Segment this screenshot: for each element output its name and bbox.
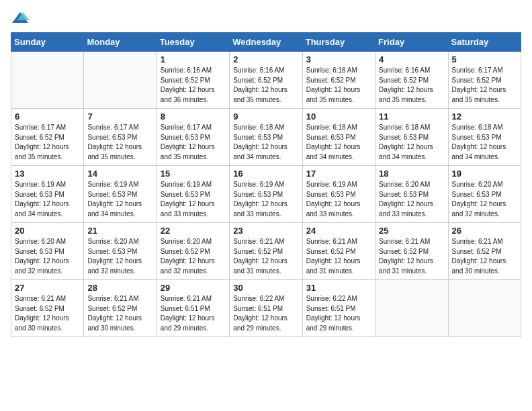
day-number: 31 bbox=[306, 283, 371, 293]
day-info: Sunrise: 6:18 AM Sunset: 6:53 PM Dayligh… bbox=[452, 123, 517, 162]
day-info: Sunrise: 6:20 AM Sunset: 6:53 PM Dayligh… bbox=[87, 237, 152, 276]
day-info: Sunrise: 6:19 AM Sunset: 6:53 PM Dayligh… bbox=[87, 180, 152, 219]
calendar-cell: 6Sunrise: 6:17 AM Sunset: 6:52 PM Daylig… bbox=[11, 109, 84, 166]
calendar-header-friday: Friday bbox=[375, 33, 448, 52]
calendar-cell bbox=[11, 52, 84, 109]
day-info: Sunrise: 6:18 AM Sunset: 6:53 PM Dayligh… bbox=[379, 123, 444, 162]
day-number: 24 bbox=[306, 226, 371, 236]
calendar-cell: 31Sunrise: 6:22 AM Sunset: 6:51 PM Dayli… bbox=[302, 280, 375, 337]
calendar-cell: 13Sunrise: 6:19 AM Sunset: 6:53 PM Dayli… bbox=[11, 166, 84, 223]
logo bbox=[11, 11, 32, 26]
calendar-cell: 29Sunrise: 6:21 AM Sunset: 6:51 PM Dayli… bbox=[157, 280, 229, 337]
day-number: 15 bbox=[161, 169, 226, 179]
day-number: 13 bbox=[15, 169, 80, 179]
day-number: 6 bbox=[15, 111, 80, 122]
day-info: Sunrise: 6:20 AM Sunset: 6:53 PM Dayligh… bbox=[452, 180, 517, 219]
calendar-cell: 27Sunrise: 6:21 AM Sunset: 6:52 PM Dayli… bbox=[11, 280, 84, 337]
day-info: Sunrise: 6:21 AM Sunset: 6:52 PM Dayligh… bbox=[87, 294, 152, 333]
calendar-header-row: SundayMondayTuesdayWednesdayThursdayFrid… bbox=[11, 33, 521, 52]
calendar-cell: 25Sunrise: 6:21 AM Sunset: 6:52 PM Dayli… bbox=[375, 223, 448, 280]
day-info: Sunrise: 6:21 AM Sunset: 6:52 PM Dayligh… bbox=[452, 237, 517, 276]
day-number: 1 bbox=[161, 54, 226, 64]
day-number: 8 bbox=[161, 111, 226, 122]
calendar-cell: 22Sunrise: 6:20 AM Sunset: 6:52 PM Dayli… bbox=[157, 223, 229, 280]
calendar-cell: 23Sunrise: 6:21 AM Sunset: 6:52 PM Dayli… bbox=[230, 223, 302, 280]
page-header bbox=[11, 11, 521, 26]
calendar-cell: 10Sunrise: 6:18 AM Sunset: 6:53 PM Dayli… bbox=[302, 109, 375, 166]
day-info: Sunrise: 6:18 AM Sunset: 6:53 PM Dayligh… bbox=[306, 123, 371, 162]
calendar-cell: 7Sunrise: 6:17 AM Sunset: 6:53 PM Daylig… bbox=[84, 109, 157, 166]
calendar-cell: 18Sunrise: 6:20 AM Sunset: 6:53 PM Dayli… bbox=[375, 166, 448, 223]
calendar-cell bbox=[375, 280, 448, 337]
calendar-cell: 16Sunrise: 6:19 AM Sunset: 6:53 PM Dayli… bbox=[230, 166, 302, 223]
calendar-header-thursday: Thursday bbox=[302, 33, 375, 52]
calendar-cell: 4Sunrise: 6:16 AM Sunset: 6:52 PM Daylig… bbox=[375, 52, 448, 109]
day-number: 28 bbox=[87, 283, 152, 293]
day-number: 16 bbox=[233, 169, 298, 179]
calendar-cell: 20Sunrise: 6:20 AM Sunset: 6:53 PM Dayli… bbox=[11, 223, 84, 280]
day-number: 27 bbox=[15, 283, 80, 293]
logo-icon bbox=[11, 11, 30, 24]
day-number: 23 bbox=[233, 226, 298, 236]
calendar-header-sunday: Sunday bbox=[11, 33, 84, 52]
calendar-cell: 12Sunrise: 6:18 AM Sunset: 6:53 PM Dayli… bbox=[448, 109, 521, 166]
calendar-cell: 15Sunrise: 6:19 AM Sunset: 6:53 PM Dayli… bbox=[157, 166, 229, 223]
day-number: 25 bbox=[379, 226, 444, 236]
calendar-cell: 3Sunrise: 6:16 AM Sunset: 6:52 PM Daylig… bbox=[302, 52, 375, 109]
day-number: 2 bbox=[233, 54, 298, 64]
calendar-cell: 8Sunrise: 6:17 AM Sunset: 6:53 PM Daylig… bbox=[157, 109, 229, 166]
calendar-header-monday: Monday bbox=[84, 33, 157, 52]
day-info: Sunrise: 6:21 AM Sunset: 6:51 PM Dayligh… bbox=[161, 294, 226, 333]
day-info: Sunrise: 6:18 AM Sunset: 6:53 PM Dayligh… bbox=[233, 123, 298, 162]
day-info: Sunrise: 6:17 AM Sunset: 6:52 PM Dayligh… bbox=[452, 66, 517, 105]
calendar-cell: 5Sunrise: 6:17 AM Sunset: 6:52 PM Daylig… bbox=[448, 52, 521, 109]
day-number: 9 bbox=[233, 111, 298, 122]
day-number: 20 bbox=[15, 226, 80, 236]
day-info: Sunrise: 6:21 AM Sunset: 6:52 PM Dayligh… bbox=[379, 237, 444, 276]
day-number: 30 bbox=[233, 283, 298, 293]
day-number: 4 bbox=[379, 54, 444, 64]
day-number: 21 bbox=[87, 226, 152, 236]
day-info: Sunrise: 6:16 AM Sunset: 6:52 PM Dayligh… bbox=[233, 66, 298, 105]
day-number: 17 bbox=[306, 169, 371, 179]
calendar-cell: 30Sunrise: 6:22 AM Sunset: 6:51 PM Dayli… bbox=[230, 280, 302, 337]
day-info: Sunrise: 6:19 AM Sunset: 6:53 PM Dayligh… bbox=[15, 180, 80, 219]
day-info: Sunrise: 6:17 AM Sunset: 6:53 PM Dayligh… bbox=[161, 123, 226, 162]
day-info: Sunrise: 6:19 AM Sunset: 6:53 PM Dayligh… bbox=[233, 180, 298, 219]
calendar-week-row: 1Sunrise: 6:16 AM Sunset: 6:52 PM Daylig… bbox=[11, 52, 521, 109]
day-info: Sunrise: 6:21 AM Sunset: 6:52 PM Dayligh… bbox=[306, 237, 371, 276]
calendar-header-tuesday: Tuesday bbox=[157, 33, 229, 52]
day-number: 5 bbox=[452, 54, 517, 64]
day-info: Sunrise: 6:21 AM Sunset: 6:52 PM Dayligh… bbox=[15, 294, 80, 333]
day-info: Sunrise: 6:16 AM Sunset: 6:52 PM Dayligh… bbox=[379, 66, 444, 105]
day-info: Sunrise: 6:19 AM Sunset: 6:53 PM Dayligh… bbox=[161, 180, 226, 219]
calendar-cell: 11Sunrise: 6:18 AM Sunset: 6:53 PM Dayli… bbox=[375, 109, 448, 166]
day-number: 19 bbox=[452, 169, 517, 179]
calendar-cell: 21Sunrise: 6:20 AM Sunset: 6:53 PM Dayli… bbox=[84, 223, 157, 280]
day-info: Sunrise: 6:22 AM Sunset: 6:51 PM Dayligh… bbox=[233, 294, 298, 333]
calendar-week-row: 20Sunrise: 6:20 AM Sunset: 6:53 PM Dayli… bbox=[11, 223, 521, 280]
day-info: Sunrise: 6:22 AM Sunset: 6:51 PM Dayligh… bbox=[306, 294, 371, 333]
day-info: Sunrise: 6:20 AM Sunset: 6:53 PM Dayligh… bbox=[15, 237, 80, 276]
calendar-cell: 17Sunrise: 6:19 AM Sunset: 6:53 PM Dayli… bbox=[302, 166, 375, 223]
calendar-table: SundayMondayTuesdayWednesdayThursdayFrid… bbox=[11, 32, 521, 337]
day-number: 3 bbox=[306, 54, 371, 64]
day-number: 14 bbox=[87, 169, 152, 179]
day-number: 29 bbox=[161, 283, 226, 293]
calendar-cell: 1Sunrise: 6:16 AM Sunset: 6:52 PM Daylig… bbox=[157, 52, 229, 109]
day-number: 11 bbox=[379, 111, 444, 122]
calendar-cell: 14Sunrise: 6:19 AM Sunset: 6:53 PM Dayli… bbox=[84, 166, 157, 223]
calendar-cell: 24Sunrise: 6:21 AM Sunset: 6:52 PM Dayli… bbox=[302, 223, 375, 280]
day-info: Sunrise: 6:20 AM Sunset: 6:52 PM Dayligh… bbox=[161, 237, 226, 276]
day-info: Sunrise: 6:16 AM Sunset: 6:52 PM Dayligh… bbox=[306, 66, 371, 105]
day-number: 7 bbox=[87, 111, 152, 122]
calendar-header-saturday: Saturday bbox=[448, 33, 521, 52]
calendar-cell: 2Sunrise: 6:16 AM Sunset: 6:52 PM Daylig… bbox=[230, 52, 302, 109]
day-number: 10 bbox=[306, 111, 371, 122]
calendar-cell bbox=[448, 280, 521, 337]
day-number: 22 bbox=[161, 226, 226, 236]
day-info: Sunrise: 6:17 AM Sunset: 6:53 PM Dayligh… bbox=[87, 123, 152, 162]
calendar-cell: 9Sunrise: 6:18 AM Sunset: 6:53 PM Daylig… bbox=[230, 109, 302, 166]
day-info: Sunrise: 6:17 AM Sunset: 6:52 PM Dayligh… bbox=[15, 123, 80, 162]
day-info: Sunrise: 6:19 AM Sunset: 6:53 PM Dayligh… bbox=[306, 180, 371, 219]
